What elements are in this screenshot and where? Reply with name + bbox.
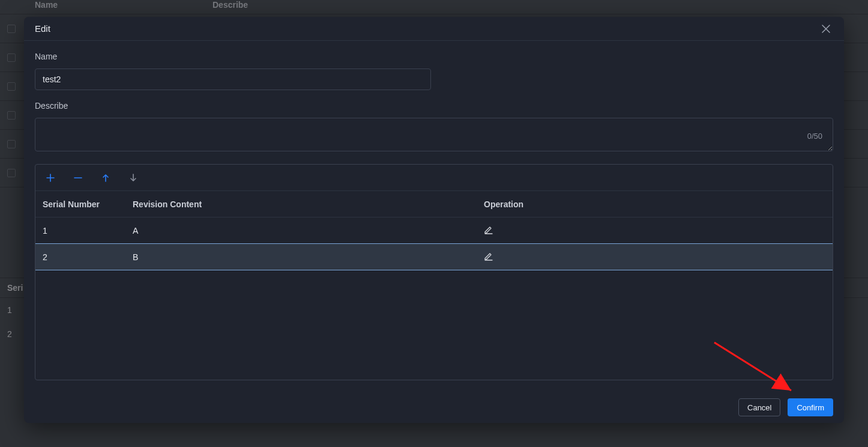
edit-icon	[484, 225, 493, 235]
edit-row-button[interactable]	[484, 225, 495, 236]
revision-table: Serial Number Revision Content Operation…	[35, 191, 833, 380]
dialog-title: Edit	[35, 23, 50, 34]
dialog-body: Name Describe 0/50	[24, 41, 844, 392]
edit-dialog: Edit Name Describe 0/50	[24, 17, 844, 423]
move-up-button[interactable]	[100, 172, 111, 183]
col-serial-header: Serial Number	[43, 199, 133, 209]
close-icon	[822, 25, 830, 33]
cancel-label: Cancel	[747, 403, 771, 412]
dialog-header: Edit	[24, 17, 844, 41]
minus-icon	[74, 174, 82, 182]
table-row[interactable]: 2 B	[35, 244, 833, 270]
confirm-label: Confirm	[797, 403, 824, 412]
cell-revision: B	[133, 252, 484, 262]
col-revision-header: Revision Content	[133, 199, 484, 209]
dialog-footer: Cancel Confirm	[24, 392, 844, 423]
describe-textarea[interactable]	[35, 118, 833, 151]
plus-icon	[46, 174, 55, 182]
arrow-up-icon	[101, 174, 110, 182]
name-input[interactable]	[35, 68, 431, 90]
table-row[interactable]: 1 A	[35, 217, 833, 244]
remove-row-button[interactable]	[73, 172, 83, 183]
revision-toolbar	[35, 165, 833, 191]
confirm-button[interactable]: Confirm	[788, 398, 833, 416]
cell-serial: 2	[43, 252, 133, 262]
cell-serial: 1	[43, 226, 133, 236]
edit-row-button[interactable]	[484, 252, 495, 263]
cancel-button[interactable]: Cancel	[738, 398, 780, 416]
close-button[interactable]	[819, 22, 833, 36]
revision-table-panel: Serial Number Revision Content Operation…	[35, 164, 833, 380]
arrow-down-icon	[129, 174, 137, 182]
col-operation-header: Operation	[484, 199, 825, 209]
add-row-button[interactable]	[45, 172, 56, 183]
name-label: Name	[35, 52, 833, 61]
cell-revision: A	[133, 226, 484, 236]
describe-label: Describe	[35, 101, 833, 111]
edit-icon	[484, 252, 493, 261]
revision-table-header: Serial Number Revision Content Operation	[35, 191, 833, 217]
move-down-button[interactable]	[128, 172, 139, 183]
